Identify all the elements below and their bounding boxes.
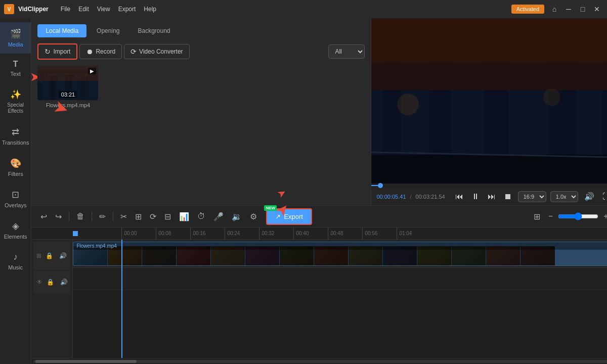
filter-select[interactable]: All Video Audio Image xyxy=(328,44,365,59)
tab-local-media[interactable]: Local Media xyxy=(37,24,86,37)
home-button[interactable]: ⌂ xyxy=(548,3,560,15)
split-button[interactable]: ✂ xyxy=(117,210,130,223)
audio-track xyxy=(73,268,607,290)
scrollbar-track[interactable] xyxy=(33,360,607,363)
track-volume-button[interactable]: 🔊 xyxy=(58,251,68,260)
export-label: Export xyxy=(284,213,303,220)
transitions-icon: ⇄ xyxy=(12,126,19,138)
menu-view[interactable]: View xyxy=(97,6,110,13)
timer-button[interactable]: ⏱ xyxy=(194,210,208,223)
stop-button[interactable]: ⏹ xyxy=(502,191,514,202)
converter-label: Video Converter xyxy=(139,48,183,55)
rotate-button[interactable]: ⟳ xyxy=(147,210,159,223)
svg-rect-27 xyxy=(371,18,607,61)
storyboard-button[interactable]: ⊞ xyxy=(531,210,543,223)
ruler-marks: 00:00 00:08 00:16 00:24 00:32 00:40 00:4… xyxy=(121,228,607,240)
maximize-button[interactable]: □ xyxy=(577,3,589,15)
redo-button[interactable]: ↪ xyxy=(52,210,65,223)
export-btn-wrapper: NEW ↗ Export xyxy=(262,208,312,225)
preview-video-inner xyxy=(371,18,607,184)
sidebar-item-music[interactable]: ♪ Music xyxy=(0,246,31,277)
crop-button[interactable]: ⊞ xyxy=(132,210,145,223)
close-button[interactable]: ✕ xyxy=(591,3,603,15)
zoom-out-button[interactable]: − xyxy=(545,210,556,223)
fullscreen-button[interactable]: ⛶ xyxy=(600,191,607,202)
tab-background[interactable]: Background xyxy=(129,24,178,37)
filters-icon: 🎨 xyxy=(10,158,21,169)
skip-forward-button[interactable]: ⏭ xyxy=(486,191,498,202)
minimize-button[interactable]: ─ xyxy=(562,3,575,15)
track-lock-button[interactable]: 🔒 xyxy=(45,251,54,260)
playback-speed-select[interactable]: 1.0x 0.5x 1.5x 2.0x xyxy=(550,191,578,202)
audio-vol-button[interactable]: 🔊 xyxy=(59,278,69,287)
ruler-mark-4: 00:32 xyxy=(259,228,293,240)
separator-1 xyxy=(69,211,69,221)
audio-eye-button[interactable]: 👁 xyxy=(35,278,44,287)
media-filename: Flowers.mp4.mp4 xyxy=(37,102,98,108)
sidebar-item-elements[interactable]: ◈ Elements xyxy=(0,214,31,246)
audio-lock-button[interactable]: 🔒 xyxy=(46,278,55,287)
track-grid-button[interactable]: ⊞ xyxy=(35,251,42,260)
svg-rect-10 xyxy=(85,82,98,100)
import-button[interactable]: ↻ Import xyxy=(37,43,77,60)
timeline-tracks: Flowers.mp4.mp4 xyxy=(73,240,607,358)
svg-rect-28 xyxy=(371,155,607,184)
trim-button[interactable]: ⊟ xyxy=(161,210,174,223)
edit-button[interactable]: ✏ xyxy=(96,210,109,223)
aspect-ratio-select[interactable]: 16:9 9:16 1:1 4:3 xyxy=(518,191,546,202)
export-icon: ↗ xyxy=(275,213,281,220)
chart-button[interactable]: 📊 xyxy=(176,210,192,223)
record-button[interactable]: ⏺ Record xyxy=(79,44,122,59)
zoom-slider[interactable] xyxy=(558,212,598,220)
mic-button[interactable]: 🎤 xyxy=(210,210,227,223)
settings-button[interactable]: ⚙ xyxy=(247,210,260,223)
new-badge: NEW xyxy=(264,205,277,211)
import-icon: ↻ xyxy=(45,48,51,56)
timeline-left-controls: ⊞ 🔒 🔊 👁 🔒 🔊 xyxy=(31,240,73,358)
music-icon: ♪ xyxy=(13,252,18,262)
sidebar-item-overlays[interactable]: ⊡ Overlays xyxy=(0,183,31,214)
play-pause-button[interactable]: ⏸ xyxy=(469,191,482,202)
sidebar-item-special-effects[interactable]: ✨ Special Effects xyxy=(0,83,31,120)
record-label: Record xyxy=(96,48,115,55)
media-icon: 🎬 xyxy=(10,28,21,39)
menu-file[interactable]: File xyxy=(61,6,70,13)
scrollbar-thumb[interactable] xyxy=(35,360,137,363)
skip-back-button[interactable]: ⏮ xyxy=(453,191,465,202)
sidebar-item-filters[interactable]: 🎨 Filters xyxy=(0,152,31,183)
video-clip[interactable]: Flowers.mp4.mp4 xyxy=(73,242,607,266)
menu-edit[interactable]: Edit xyxy=(78,6,89,13)
menu-bar: File Edit View Export Help xyxy=(61,6,156,13)
scrubber-handle[interactable] xyxy=(378,183,383,188)
delete-button[interactable]: 🗑 xyxy=(73,210,88,223)
zoom-in-button[interactable]: + xyxy=(600,210,607,223)
sidebar-label-music: Music xyxy=(8,264,23,270)
volume-button[interactable]: 🔊 xyxy=(582,191,596,202)
import-label: Import xyxy=(53,48,70,55)
activated-button[interactable]: Activated xyxy=(511,5,544,14)
media-panel: Local Media Opening Background ↻ Import … xyxy=(31,18,371,205)
sidebar-item-text[interactable]: T Text xyxy=(0,54,31,83)
tab-bar: Local Media Opening Background xyxy=(37,24,365,37)
ruler-mark-8: 01:04 xyxy=(397,228,431,240)
scrubber-bar[interactable] xyxy=(371,184,607,188)
tab-opening[interactable]: Opening xyxy=(89,24,127,37)
menu-help[interactable]: Help xyxy=(144,6,156,13)
ruler-mark-1: 00:08 xyxy=(156,228,190,240)
media-item[interactable]: ▶ ▶ 03:21 Flowers.mp4.mp4 xyxy=(37,66,98,108)
sidebar-item-media[interactable]: 🎬 Media xyxy=(0,22,31,54)
menu-export[interactable]: Export xyxy=(118,6,136,13)
text-icon: T xyxy=(13,60,18,69)
preview-panel: 00:00:05.41 / 00:03:21.54 ⏮ ⏸ ⏭ ⏹ 16:9 9… xyxy=(371,18,607,205)
preview-controls: 00:00:05.41 / 00:03:21.54 ⏮ ⏸ ⏭ ⏹ 16:9 9… xyxy=(371,188,607,205)
app-logo: V xyxy=(4,4,14,14)
ruler-mark-3: 00:24 xyxy=(225,228,259,240)
top-area: Local Media Opening Background ↻ Import … xyxy=(31,18,607,205)
undo-button[interactable]: ↩ xyxy=(37,210,50,223)
timeline-content: ⊞ 🔒 🔊 👁 🔒 🔊 xyxy=(31,240,607,358)
video-converter-button[interactable]: ⟳ Video Converter xyxy=(124,44,190,59)
audio-button[interactable]: 🔉 xyxy=(229,210,245,223)
sidebar-item-transitions[interactable]: ⇄ Transitions xyxy=(0,120,31,152)
titlebar: V VidClipper File Edit View Export Help … xyxy=(0,0,607,18)
ruler-mark-2: 00:16 xyxy=(190,228,225,240)
